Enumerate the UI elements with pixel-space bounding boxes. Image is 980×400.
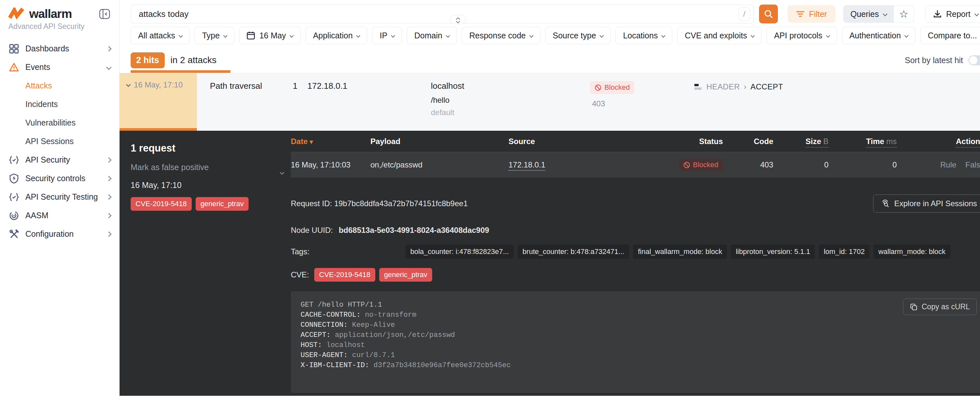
sort-toggle[interactable] — [968, 55, 980, 65]
chevron-right-icon — [106, 175, 112, 181]
filter-chip-application[interactable]: Application — [305, 27, 367, 44]
filter-chip-response-code[interactable]: Response code — [462, 27, 540, 44]
search-button[interactable] — [759, 5, 778, 24]
attack-location: HEADER › ACCEPT — [694, 73, 980, 131]
rule-action-link[interactable]: Rule — [940, 160, 956, 169]
tag-chip[interactable]: bola_counter: i:478:f82823e7... — [406, 245, 514, 259]
chip-label: Type — [202, 31, 220, 40]
chevron-down-icon — [600, 33, 604, 38]
report-button[interactable]: Report — [925, 5, 980, 23]
filter-chip-domain[interactable]: Domain — [407, 27, 457, 44]
column-time[interactable]: Time ms — [829, 137, 897, 146]
brand-row: wallarm — [0, 7, 119, 21]
sidebar-item-security-controls[interactable]: Security controls — [0, 169, 119, 188]
cve-chips: CVE-2019-5418 generic_ptrav — [314, 268, 432, 282]
sidebar-item-configuration[interactable]: Configuration — [0, 225, 119, 243]
request-id-text: Request ID: 19b7bc8ddfa43a72b7b74151fc8b… — [291, 199, 468, 208]
sidebar-item-api-sessions[interactable]: API Sessions — [0, 132, 119, 151]
cve-chip[interactable]: CVE-2019-5418 — [130, 197, 192, 211]
attack-row[interactable]: 16 May, 17:10 Path traversal 1 172.18.0.… — [119, 73, 980, 131]
search-panel-resize-handle[interactable] — [450, 15, 466, 24]
attack-path: /hello — [431, 96, 590, 105]
tag-chip[interactable]: brute_counter: b:478:a732471... — [518, 245, 629, 259]
chip-label: API protocols — [774, 31, 822, 40]
cve-chip[interactable]: generic_ptrav — [196, 197, 248, 211]
chevron-right-icon — [106, 213, 112, 218]
report-label: Report — [946, 10, 970, 19]
filter-chip-all-attacks[interactable]: All attacks — [130, 27, 190, 44]
copy-as-curl-button[interactable]: Copy as cURL — [903, 298, 977, 315]
tag-chip[interactable]: wallarm_mode: block — [873, 245, 950, 259]
filter-chip-source-type[interactable]: Source type — [545, 27, 611, 44]
collapse-sidebar-icon[interactable] — [99, 8, 111, 20]
false-action-link[interactable]: False — [966, 160, 980, 169]
tag-chip[interactable]: final_wallarm_mode: block — [633, 245, 727, 259]
search-input[interactable] — [139, 9, 738, 19]
explore-api-sessions-button[interactable]: Explore in API Sessions — [873, 194, 980, 213]
filter-chip-api-protocols[interactable]: API protocols — [767, 27, 837, 44]
http-header: ACCEPT: application/json,/etc/passwd — [301, 330, 975, 340]
filter-chip-type[interactable]: Type — [195, 27, 234, 44]
hits-count-badge[interactable]: 2 hits — [130, 53, 165, 68]
column-actions[interactable]: Actions — [897, 137, 980, 146]
filter-chip-authentication[interactable]: Authentication — [842, 27, 915, 44]
hit-date-cell: 16 May, 17:10:03 — [291, 160, 371, 169]
sidebar-item-aasm[interactable]: AASM — [0, 206, 119, 225]
mark-false-positive-link[interactable]: Mark as false positive — [130, 163, 281, 172]
sidebar-item-incidents[interactable]: Incidents — [0, 95, 119, 113]
column-size[interactable]: Size B — [773, 137, 829, 146]
sidebar-item-vulnerabilities[interactable]: Vulnerabilities — [0, 113, 119, 132]
tag-chip[interactable]: libproton_version: 5.1.1 — [731, 245, 815, 259]
request-id-value: 19b7bc8ddfa43a72b7b74151fc8b9ee1 — [334, 199, 468, 208]
chip-label: Domain — [414, 31, 442, 40]
cve-chip[interactable]: generic_ptrav — [379, 268, 432, 282]
sidebar-item-api-security-testing[interactable]: API Security Testing — [0, 188, 119, 206]
filter-chip-ip[interactable]: IP — [372, 27, 402, 44]
attack-date-cell[interactable]: 16 May, 17:10 — [119, 73, 197, 131]
response-code: 403 — [592, 99, 694, 108]
chevron-down-icon — [883, 12, 888, 16]
sort-label: Sort by latest hit — [905, 56, 963, 65]
explore-button-label: Explore in API Sessions — [894, 199, 977, 208]
filter-chip-compare-to[interactable]: Compare to... — [920, 27, 980, 44]
grid-icon — [8, 43, 19, 54]
sidebar-item-events[interactable]: Events — [0, 58, 119, 76]
filter-chip-cve-exploits[interactable]: CVE and exploits — [677, 27, 762, 44]
panel-detail: Date▾ Payload Source Status Code Size B … — [291, 131, 980, 396]
filter-chip-date[interactable]: 16 May — [239, 27, 301, 44]
braces-check-icon — [8, 191, 19, 202]
request-details-panel: 1 request Mark as false positive 16 May,… — [119, 131, 980, 396]
column-date[interactable]: Date▾ — [291, 137, 371, 146]
queries-label: Queries — [850, 10, 879, 19]
queries-dropdown[interactable]: Queries — [843, 5, 894, 23]
favorite-star-button[interactable]: ☆ — [894, 5, 914, 23]
radar-icon — [8, 210, 19, 221]
http-header: CACHE-CONTROL: no-transform — [301, 310, 975, 320]
hit-status-cell: Blocked — [673, 158, 723, 171]
chevron-right-icon — [106, 231, 112, 237]
location-part: HEADER — [706, 82, 740, 91]
hit-table-row[interactable]: 16 May, 17:10:03 on,/etc/passwd 172.18.0… — [291, 152, 980, 178]
filter-button[interactable]: Filter — [788, 5, 836, 23]
cve-chip[interactable]: CVE-2019-5418 — [314, 268, 375, 282]
column-payload: Payload — [371, 137, 509, 146]
chip-label: IP — [380, 31, 387, 40]
sidebar-item-api-security[interactable]: API Security — [0, 151, 119, 169]
copy-button-label: Copy as cURL — [922, 303, 970, 311]
filter-chip-locations[interactable]: Locations — [616, 27, 672, 44]
sidebar-item-attacks[interactable]: Attacks — [0, 76, 119, 95]
source-ip-link[interactable]: 172.18.0.1 — [509, 160, 545, 171]
node-uuid-label: Node UUID: — [291, 226, 333, 235]
node-uuid-row: Node UUID: bd68513a-5e03-4991-8024-a3640… — [291, 226, 980, 235]
topbar: / Filter Queries ☆ — [119, 0, 980, 24]
sidebar-item-label: Events — [25, 62, 50, 72]
summary-cve-chips: CVE-2019-5418 generic_ptrav — [130, 197, 281, 211]
sidebar-sub-label: Attacks — [25, 81, 52, 91]
chevron-down-icon — [290, 33, 294, 38]
braces-check-icon — [8, 155, 19, 166]
tag-chip[interactable]: lom_id: 1702 — [819, 245, 870, 259]
hit-payload: on,/etc/passwd — [371, 160, 509, 169]
sidebar-item-dashboards[interactable]: Dashboards — [0, 39, 119, 58]
column-status: Status — [673, 137, 723, 146]
hit-time: 0 — [829, 160, 897, 169]
